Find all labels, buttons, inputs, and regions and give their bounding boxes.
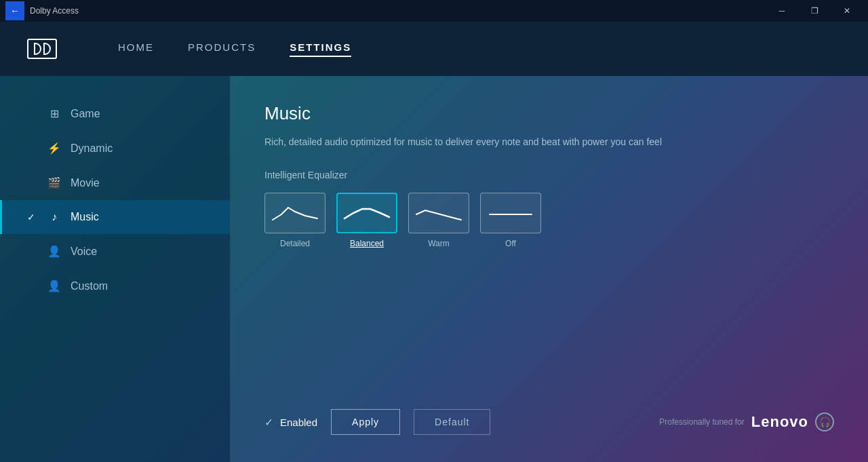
sidebar-item-music[interactable]: ✓ ♪ Music xyxy=(0,200,230,234)
titlebar-left: ← Dolby Access xyxy=(5,1,79,20)
titlebar: ← Dolby Access ─ ❐ ✕ xyxy=(0,0,868,22)
eq-option-balanced[interactable]: Balanced xyxy=(336,193,397,248)
page-title: Music xyxy=(264,103,834,124)
content-area: Music Rich, detailed audio optimized for… xyxy=(231,76,868,462)
dolby-logo xyxy=(27,39,57,59)
enabled-status: ✓ Enabled xyxy=(264,416,317,429)
enabled-check-icon: ✓ xyxy=(264,416,273,429)
dolby-d-right xyxy=(43,43,51,55)
back-button[interactable]: ← xyxy=(5,1,24,20)
game-icon: ⊞ xyxy=(47,107,61,120)
sidebar-item-voice[interactable]: 👤 Voice xyxy=(0,234,230,269)
eq-label-off: Off xyxy=(505,239,516,248)
eq-label-detailed: Detailed xyxy=(280,239,310,248)
custom-label: Custom xyxy=(71,280,108,292)
music-check: ✓ xyxy=(27,212,38,223)
voice-label: Voice xyxy=(71,246,97,258)
back-icon: ← xyxy=(10,5,20,16)
sidebar-item-dynamic[interactable]: ⚡ Dynamic xyxy=(0,131,230,166)
enabled-label: Enabled xyxy=(280,417,317,428)
window-controls: ─ ❐ ✕ xyxy=(766,0,863,22)
branding-prefix: Professionally tuned for xyxy=(659,417,744,427)
eq-btn-off[interactable] xyxy=(480,193,541,233)
branding-area: Professionally tuned for Lenovo 🎧 xyxy=(659,412,834,431)
dolby-logo-box xyxy=(27,39,57,59)
eq-curve-off xyxy=(487,201,534,225)
close-icon: ✕ xyxy=(844,6,850,16)
eq-section-label: Intelligent Equalizer xyxy=(264,170,834,180)
eq-curve-warm xyxy=(415,201,462,225)
content-description: Rich, detailed audio optimized for music… xyxy=(264,135,834,149)
eq-curve-detailed xyxy=(271,201,319,225)
movie-icon: 🎬 xyxy=(47,176,61,189)
eq-options: Detailed Balanced Warm xyxy=(264,193,834,248)
game-label: Game xyxy=(71,108,100,120)
eq-option-off[interactable]: Off xyxy=(480,193,541,248)
minimize-icon: ─ xyxy=(779,6,785,16)
nav-items: HOME PRODUCTS SETTINGS xyxy=(118,41,351,57)
sidebar-item-custom[interactable]: 👤 Custom xyxy=(0,269,230,303)
eq-btn-detailed[interactable] xyxy=(264,193,326,233)
minimize-button[interactable]: ─ xyxy=(766,0,797,22)
dolby-d-left xyxy=(34,43,41,55)
close-button[interactable]: ✕ xyxy=(831,0,863,22)
restore-button[interactable]: ❐ xyxy=(799,0,830,22)
apply-button[interactable]: Apply xyxy=(331,409,400,435)
sidebar-item-movie[interactable]: 🎬 Movie xyxy=(0,166,230,200)
nav-home[interactable]: HOME xyxy=(118,41,154,57)
default-button[interactable]: Default xyxy=(414,409,490,435)
sidebar: ⊞ Game ⚡ Dynamic 🎬 Movie ✓ ♪ Music 👤 Voi… xyxy=(0,76,231,462)
music-label: Music xyxy=(71,211,99,223)
dynamic-label: Dynamic xyxy=(71,142,113,155)
top-nav: HOME PRODUCTS SETTINGS xyxy=(0,22,868,76)
voice-icon: 👤 xyxy=(47,245,61,258)
nav-settings[interactable]: SETTINGS xyxy=(290,41,351,57)
eq-option-detailed[interactable]: Detailed xyxy=(264,193,326,248)
music-icon: ♪ xyxy=(47,211,61,223)
nav-products[interactable]: PRODUCTS xyxy=(188,41,256,57)
lenovo-logo: Lenovo xyxy=(751,413,808,431)
app-title: Dolby Access xyxy=(30,6,79,16)
eq-option-warm[interactable]: Warm xyxy=(408,193,469,248)
eq-btn-balanced[interactable] xyxy=(336,193,397,233)
eq-label-warm: Warm xyxy=(428,239,450,248)
main-area: ⊞ Game ⚡ Dynamic 🎬 Movie ✓ ♪ Music 👤 Voi… xyxy=(0,76,868,462)
custom-icon: 👤 xyxy=(47,280,61,292)
dynamic-icon: ⚡ xyxy=(47,142,61,155)
eq-curve-balanced xyxy=(343,201,391,225)
bottom-bar: ✓ Enabled Apply Default Professionally t… xyxy=(264,396,834,435)
eq-btn-warm[interactable] xyxy=(408,193,469,233)
restore-icon: ❐ xyxy=(811,6,818,16)
headphone-icon: 🎧 xyxy=(815,412,834,431)
sidebar-item-game[interactable]: ⊞ Game xyxy=(0,96,230,131)
eq-label-balanced: Balanced xyxy=(350,239,384,248)
movie-label: Movie xyxy=(71,177,100,189)
